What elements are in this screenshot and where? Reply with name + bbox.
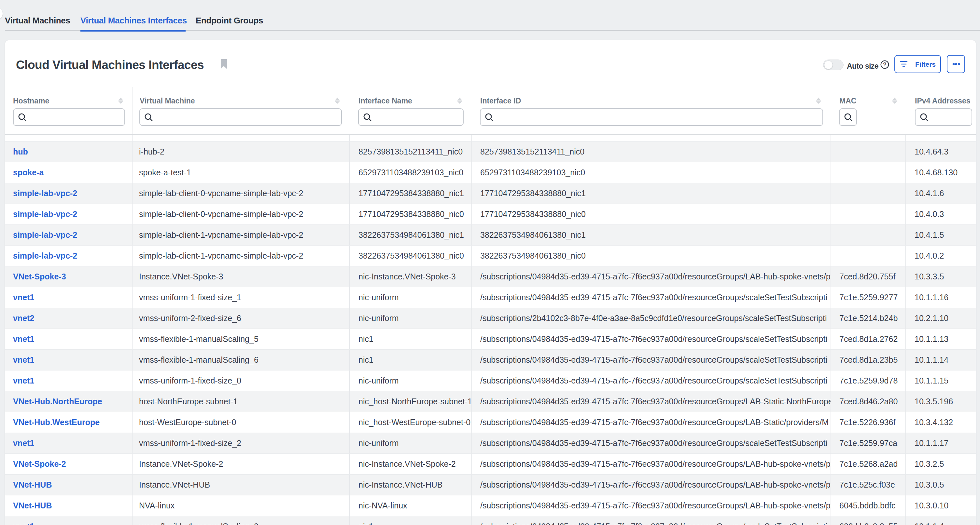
svg-text:?: ? (883, 62, 886, 68)
